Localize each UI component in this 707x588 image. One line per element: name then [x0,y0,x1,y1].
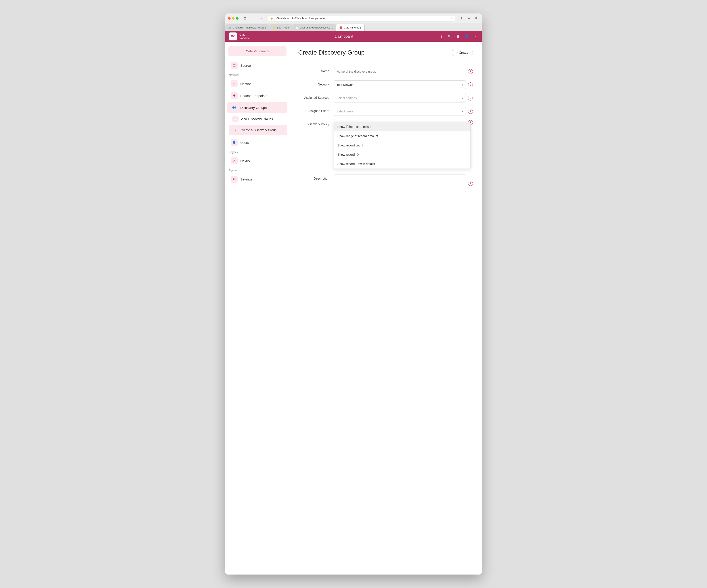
sidebar-nexus-label: Nexus [240,159,250,163]
network-icon: ⊞ [231,80,238,87]
app-logo: CV [229,33,237,40]
title-bar-actions: ⬆ + ⧉ [459,15,479,22]
app-header: CV CafeVariome Dashboard ℹ 🔍 ⊞ 👤 → [225,31,482,42]
form-row-network: Network Test Network ▾ ? [298,80,473,89]
url-bar[interactable]: 🔒 cv3-dev.le.ac.uk/#/dashboard/group/cre… [268,15,455,22]
network-label: Network [298,80,329,86]
tab-docs[interactable]: 📄 User and Admin Access Control · Cafe V… [292,24,336,31]
new-tab-icon[interactable]: + [466,15,472,22]
policy-option-1[interactable]: Show range of record amount [334,132,470,141]
back-button[interactable]: ‹ [250,15,256,22]
sources-control-wrap: Select sources ▾ ? [334,94,473,103]
system-section-label: System [225,167,289,173]
sidebar-toggle-icon[interactable]: ⊡ [242,15,248,22]
policy-label: Discovery Policy [298,120,329,126]
tab-app[interactable]: 🔴 Cafe Variome 3 [336,24,365,31]
network-help-icon[interactable]: ? [468,82,473,87]
share-icon[interactable]: ⬆ [459,15,465,22]
policy-option-3[interactable]: Show record ID [334,150,470,159]
sources-select[interactable]: Select sources [334,94,466,103]
users-select[interactable]: Select users [334,107,466,116]
sidebar-item-source[interactable]: ☰ Source [227,60,288,71]
tab-docs-label: User and Admin Access Control · Cafe Var… [300,26,333,29]
users-control-wrap: Select users ▾ ? [334,107,473,116]
form-section: Name ? Network Test Network ▾ [298,67,473,192]
sidebar-item-view-discovery[interactable]: ☰ View Discovery Groups [229,114,288,124]
forward-button[interactable]: › [258,15,264,22]
sidebar-item-nexus[interactable]: ✳ Nexus [227,155,288,167]
users-icon: 👤 [231,139,238,146]
sources-label: Assigned Sources [298,94,329,99]
form-row-name: Name ? [298,67,473,76]
tab-start[interactable]: ⭐ Start Page [269,24,292,31]
profile-icon[interactable]: 👤 [463,33,470,40]
maximize-button[interactable] [236,17,239,20]
chatgpt-tab-icon: 🤖 [228,26,232,29]
sidebar-item-users[interactable]: 👤 Users [227,137,288,148]
tab-chatgpt[interactable]: 🤖 ChatGPT - Markdown Wizard [225,24,269,31]
create-button[interactable]: + Create [452,49,473,56]
policy-option-0[interactable]: Show if the record exists [334,122,470,132]
sources-help-icon[interactable]: ? [468,96,473,101]
network-select-divider [458,82,458,87]
app-tab-icon: 🔴 [339,26,342,29]
app-window: ⊡ ‹ › 🔒 cv3-dev.le.ac.uk/#/dashboard/gro… [225,13,482,575]
sidebar-settings-label: Settings [240,177,252,181]
sidebar-create-discovery-label: Create a Discovery Group [241,128,276,132]
sidebar-view-discovery-label: View Discovery Groups [241,117,273,121]
nexus-icon: ✳ [231,157,238,164]
policy-option-2[interactable]: Show record count [334,141,470,150]
discovery-groups-icon: 👥 [231,104,238,111]
tab-start-label: Start Page [277,26,289,29]
network-select[interactable]: Test Network [334,80,466,89]
name-input[interactable] [334,67,466,76]
sidebar-item-network[interactable]: ⊞ Network [227,78,288,89]
sidebar-item-beacon[interactable]: ✚ Beacon Endpoints [227,90,288,101]
tab-overview-icon[interactable]: ⧉ [473,15,479,22]
users-select-divider [458,109,458,114]
sidebar-item-create-discovery[interactable]: + Create a Discovery Group [229,125,288,136]
sidebar-beacon-label: Beacon Endpoints [240,94,267,98]
workspace-button[interactable]: Cafe Variome 3 [228,46,287,56]
network-control-wrap: Test Network ▾ ? [334,80,473,89]
sidebar-item-settings[interactable]: ⚙ Settings [227,173,288,185]
search-icon[interactable]: 🔍 [446,33,453,40]
sidebar-item-discovery-groups[interactable]: 👥 Discovery Groups [227,102,288,113]
description-help-icon[interactable]: ? [468,181,473,186]
start-tab-icon: ⭐ [272,26,275,29]
sidebar-source-label: Source [240,64,251,67]
description-input[interactable] [334,175,466,192]
beacon-icon: ✚ [231,92,238,99]
users-select-wrapper: Select users ▾ [334,107,466,116]
discovery-sub-items: ☰ View Discovery Groups + Create a Disco… [225,114,289,136]
url-text: cv3-dev.le.ac.uk/#/dashboard/group/creat… [275,17,325,20]
main-content: Create Discovery Group + Create Name ? N… [290,42,482,575]
header-icons: ℹ 🔍 ⊞ 👤 → [438,33,478,40]
tab-chatgpt-label: ChatGPT - Markdown Wizard [233,26,266,29]
logout-icon[interactable]: → [472,33,478,40]
users-help-icon[interactable]: ? [468,109,473,114]
sidebar-users-label: Users [240,141,249,144]
traffic-lights [228,17,239,20]
info-icon[interactable]: ℹ [438,33,445,40]
refresh-icon[interactable]: ↻ [450,16,453,20]
name-help-icon[interactable]: ? [468,69,473,74]
network-select-wrapper: Test Network ▾ [334,80,466,89]
page-title: Create Discovery Group [298,49,365,56]
sources-select-divider [458,96,458,101]
form-row-sources: Assigned Sources Select sources ▾ ? [298,94,473,103]
minimize-button[interactable] [232,17,235,20]
policy-dropdown: Show if the record exists Show range of … [334,122,471,169]
close-button[interactable] [228,17,231,20]
description-label: Description [298,175,329,180]
title-bar: ⊡ ‹ › 🔒 cv3-dev.le.ac.uk/#/dashboard/gro… [225,13,482,23]
main-layout: Cafe Variome 3 ☰ Source Network ⊞ Networ… [225,42,482,575]
tab-app-label: Cafe Variome 3 [344,26,361,29]
source-icon: ☰ [231,62,238,69]
sidebar-network-label: Network [240,82,252,86]
policy-option-4[interactable]: Show record ID with details [334,159,470,169]
grid-icon[interactable]: ⊞ [455,33,461,40]
app-name: CafeVariome [239,33,250,40]
legacy-section-label: Legacy [225,149,289,155]
browser-tabs: 🤖 ChatGPT - Markdown Wizard ⭐ Start Page… [225,23,482,31]
